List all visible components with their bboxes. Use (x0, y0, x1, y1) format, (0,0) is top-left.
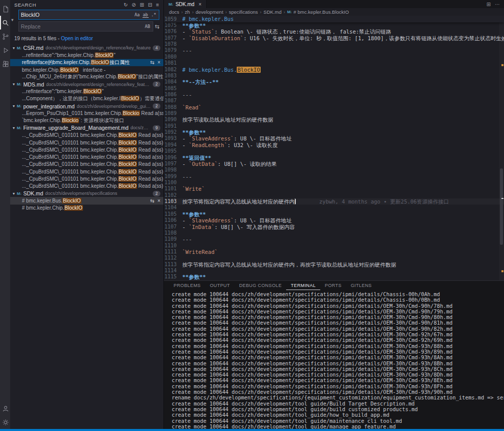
search-result-row[interactable]: ...Chip_MCU_2e6对象的"bmc.kepler.Chip.Block… (10, 73, 163, 80)
editor-line[interactable]: 1077- `DisableDuration`: U16 \- 失效时长，单位:… (164, 35, 504, 41)
search-result-row[interactable]: ..._CpuBrdSMC\_010101 bmc.kepler.Chip.Bl… (10, 153, 163, 160)
clear-search-results-icon[interactable]: ⊘ (132, 2, 136, 8)
scrollbar-slider[interactable] (500, 168, 503, 245)
editor-line[interactable]: 1090按字节读取总线从地址对应的硬件数据 (164, 117, 504, 123)
search-input[interactable]: BlockIO Aa ab .* (18, 10, 159, 20)
editor-line[interactable]: 1097- `OutData`: U8[] \- 读取的结果 (164, 161, 504, 167)
open-new-search-editor-icon[interactable]: ⊞ (140, 2, 145, 8)
search-result-row[interactable]: ..._CpuBrdSMC\_010101 bmc.kepler.Chip.Bl… (10, 161, 163, 168)
replace-input[interactable]: Replace AB (18, 21, 153, 32)
search-result-row[interactable]: ..._CpuBrdSMC\_010101 bmc.kepler.Chip.Bl… (10, 132, 163, 139)
breadcrumb-item[interactable]: specifications (229, 9, 258, 15)
editor-line[interactable]: 1100 (164, 180, 504, 186)
editor-line[interactable]: 1098 (164, 167, 504, 173)
editor-line[interactable]: 1108 (164, 230, 504, 236)
breadcrumb-item[interactable]: zh (185, 9, 190, 15)
editor-line[interactable]: 1102 (164, 192, 504, 198)
editor-line[interactable]: 1091 (164, 123, 504, 129)
toggle-replace-chevron-icon[interactable]: ▾ (11, 17, 14, 22)
editor-line[interactable]: 1101`Write` (164, 186, 504, 192)
dismiss-icon[interactable]: × (157, 198, 160, 204)
panel-tab-debug-console[interactable]: DEBUG CONSOLE (235, 281, 287, 290)
panel-tab-output[interactable]: OUTPUT (205, 281, 234, 290)
editor-line[interactable]: 1115**参数** (164, 274, 504, 280)
terminal-output[interactable]: create mode 100644 docs/zh/development/s… (164, 290, 504, 429)
editor-line[interactable]: 1096**返回值** (164, 155, 504, 161)
editor-line[interactable]: 1089 (164, 110, 504, 117)
search-file-row[interactable]: ▾M↓SDK.mddocs/zh/development/specificati… (10, 190, 163, 197)
extensions-icon[interactable] (0, 57, 10, 71)
search-result-row[interactable]: refInterface的bmc.kepler.Chip.BlockIO接口属性… (10, 59, 163, 66)
panel-tab-ports[interactable]: PORTS (320, 281, 346, 290)
editor-line[interactable]: 1104 (164, 205, 504, 211)
editor-line[interactable]: 1107- `InData`: U8[] \- 写入器件的数据内容 (164, 224, 504, 230)
editor-line[interactable]: 1083 (164, 73, 504, 79)
run-debug-icon[interactable] (0, 43, 10, 57)
search-result-row[interactable]: `bmc.kepler.Chip.Blockio`: 资源模块读写接口 (10, 117, 163, 124)
editor-line[interactable]: 1113按字节将指定内容写入总线从地址对应的硬件内，再按字节读取总线从地址对应的… (164, 262, 504, 268)
search-file-row[interactable]: ▾M↓CSR.mddocs/zh/development/design_refe… (10, 44, 163, 51)
split-editor-icon[interactable]: ⊞ (487, 2, 491, 7)
dismiss-icon[interactable]: × (157, 60, 160, 65)
editor-line[interactable]: 1112 (164, 255, 504, 261)
search-result-row[interactable]: ..._CpuBrdSMC\_010101 bmc.kepler.Chip.Bl… (10, 146, 163, 153)
editor-line[interactable]: 1085 (164, 85, 504, 92)
editor-line[interactable]: 1088`Read` (164, 104, 504, 110)
search-result-row[interactable]: # bmc.kepler.Bus.BlockIO⇆× (10, 197, 163, 204)
settings-gear-icon[interactable] (0, 415, 10, 429)
editor-line[interactable]: 1106- `SlaveAddress`: U8 \- 目标器件地址 (164, 217, 504, 223)
search-result-row[interactable]: ..._CpuBrdSMC\_010101 bmc.kepler.Chip.Bl… (10, 168, 163, 175)
search-result-row[interactable]: ...Eeprom_PsuChip1_0101 bmc.kepler.Chip.… (10, 110, 163, 117)
preserve-case-icon[interactable]: AB (145, 24, 151, 29)
search-result-row[interactable]: ..._CpuBrdSMC\_010101 bmc.kepler.Chip.Bl… (10, 183, 163, 190)
editor-scrollbar[interactable] (499, 16, 504, 280)
editor-line[interactable]: 1082# bmc.kepler.Bus.BlockIO (164, 67, 504, 73)
panel-tab-terminal[interactable]: TERMINAL (286, 281, 320, 290)
editor-line[interactable]: 1093- `SlaveAddress`: U8 \- 目标器件地址 (164, 135, 504, 141)
search-result-row[interactable]: # bmc.kepler.Chip.BlockIO (10, 205, 163, 212)
editor-line[interactable]: 1094- `ReadLength`: U32 \- 读取长度 (164, 142, 504, 148)
tab-sdk-md[interactable]: M↓ SDK.md × (164, 0, 207, 8)
editor-line[interactable]: 1084**--方法--** (164, 79, 504, 85)
editor-line[interactable]: 1075**参数** (164, 22, 504, 28)
editor-line[interactable]: 1114 (164, 268, 504, 274)
search-result-row[interactable]: ..._CpuBrdSMC\_010101 bmc.kepler.Chip.Bl… (10, 175, 163, 182)
editor[interactable]: 1059# bmc.kepler.Bus 1075**参数**1076- `St… (164, 16, 504, 280)
breadcrumb-item[interactable]: docs (169, 9, 179, 15)
editor-line[interactable]: 1081 (164, 60, 504, 66)
search-result-row[interactable]: ...Component），这里的接口（bmc.kepler.IBlockIO）… (10, 95, 163, 102)
editor-line[interactable]: 1086--- (164, 92, 504, 98)
search-result-row[interactable]: ..._CpuBrdSMC\_010101 bmc.kepler.Chip.Bl… (10, 139, 163, 146)
editor-line[interactable]: 1087 (164, 98, 504, 104)
refresh-icon[interactable]: ↻ (124, 2, 128, 8)
editor-line[interactable]: 1105**参数** (164, 211, 504, 217)
search-icon[interactable] (0, 16, 10, 30)
editor-line[interactable]: 1059# bmc.kepler.Bus (164, 16, 504, 22)
close-icon[interactable]: × (199, 2, 202, 7)
match-case-icon[interactable]: Aa (134, 12, 140, 18)
search-result-row[interactable]: ...refInterface":"bmc.kepler.BlockIO" (10, 88, 163, 95)
panel-tab-problems[interactable]: PROBLEMS (169, 281, 205, 290)
account-icon[interactable] (0, 401, 10, 415)
source-control-icon[interactable] (0, 30, 10, 43)
editor-line[interactable]: 1111`WriteRead` (164, 249, 504, 255)
explorer-icon[interactable] (0, 2, 10, 16)
editor-line[interactable]: 1079--- (164, 47, 504, 53)
breadcrumb-item[interactable]: development (195, 9, 223, 15)
replace-icon[interactable]: ⇆ (150, 60, 154, 65)
editor-line[interactable]: 1099--- (164, 174, 504, 180)
search-result-row[interactable]: ...refInterface":"bmc.kepler.Chip.BlockI… (10, 51, 163, 59)
breadcrumb-item[interactable]: SDK.md (264, 9, 282, 15)
editor-line[interactable]: 1110 (164, 243, 504, 249)
editor-line[interactable]: 1080 (164, 54, 504, 60)
editor-line[interactable]: 1103按字节将指定内容写入总线从地址对应的硬件内zybwh, 4 months… (164, 198, 504, 205)
collapse-all-icon[interactable]: ⊟ (148, 2, 153, 8)
view-as-tree-icon[interactable]: ≡ (156, 2, 159, 8)
editor-line[interactable]: 1078 (164, 41, 504, 47)
search-file-row[interactable]: ▾M↓Firmware_upgrade_Board_Management.mdd… (10, 124, 163, 131)
sticky-line[interactable]: 1059# bmc.kepler.Bus (164, 16, 504, 22)
breadcrumb-symbol[interactable]: # bmc.kepler.Bus.BlockIO (294, 9, 349, 15)
more-actions-icon[interactable]: ⋯ (495, 2, 500, 7)
editor-line[interactable]: 1076- `Status`: Boolean \- 链路状态，true:使能访… (164, 28, 504, 35)
panel-tab-gitlens[interactable]: GITLENS (346, 281, 376, 290)
